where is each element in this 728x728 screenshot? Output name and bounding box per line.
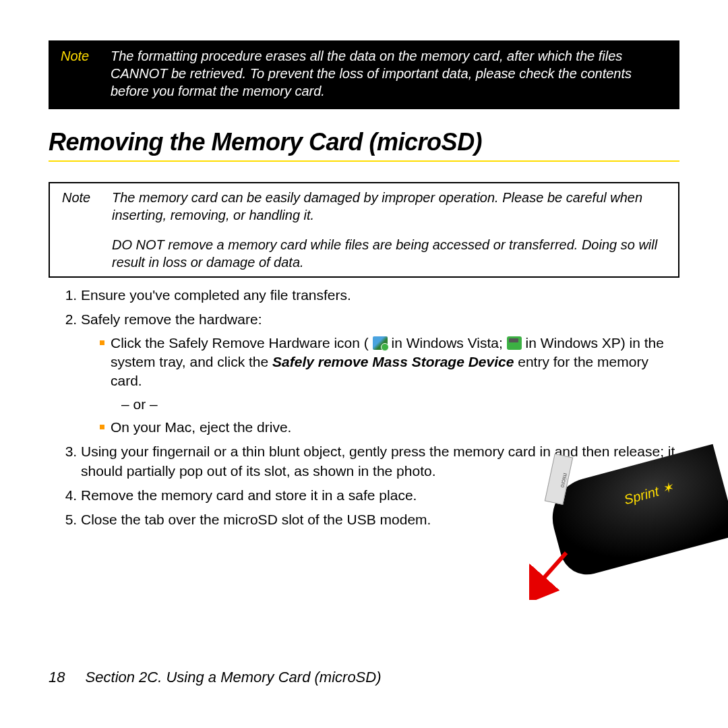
section-title: Section 2C. Using a Memory Card (microSD… (86, 669, 382, 686)
note-text: The memory card can be easily damaged by… (112, 189, 666, 224)
step-2a: Click the Safely Remove Hardware icon ( … (100, 334, 679, 414)
menu-entry-name: Safely remove Mass Storage Device (272, 354, 514, 369)
page-title: Removing the Memory Card (microSD) (49, 128, 679, 156)
device-illustration: Sprint ✶ micro (499, 465, 701, 600)
step-2b: On your Mac, eject the drive. (100, 418, 679, 437)
note-format-warning: Note The formatting procedure erases all… (49, 40, 679, 109)
note-text: DO NOT remove a memory card while files … (112, 236, 666, 271)
step-2: Safely remove the hardware: Click the Sa… (81, 310, 679, 437)
text: Click the Safely Remove Hardware icon ( (111, 335, 369, 351)
page-number: 18 (49, 669, 65, 686)
step-2-text: Safely remove the hardware: (81, 311, 262, 327)
safely-remove-vista-icon (373, 336, 388, 350)
note-handling-warning: Note The memory card can be easily damag… (49, 182, 679, 278)
note-label: Note (61, 47, 98, 100)
svg-line-1 (539, 553, 566, 583)
removal-arrow-icon (529, 546, 583, 600)
safely-remove-xp-icon (507, 336, 522, 350)
step-1: Ensure you've completed any file transfe… (81, 286, 679, 305)
heading-underline (49, 160, 679, 162)
page-footer: 18 Section 2C. Using a Memory Card (micr… (49, 669, 382, 686)
note-text: The formatting procedure erases all the … (111, 47, 667, 100)
text: in Windows Vista; (392, 335, 507, 351)
manual-page: Note The formatting procedure erases all… (0, 0, 728, 728)
step-2-sublist: Click the Safely Remove Hardware icon ( … (81, 334, 679, 437)
note-label: Note (62, 189, 100, 224)
or-separator: – or – (111, 395, 679, 414)
